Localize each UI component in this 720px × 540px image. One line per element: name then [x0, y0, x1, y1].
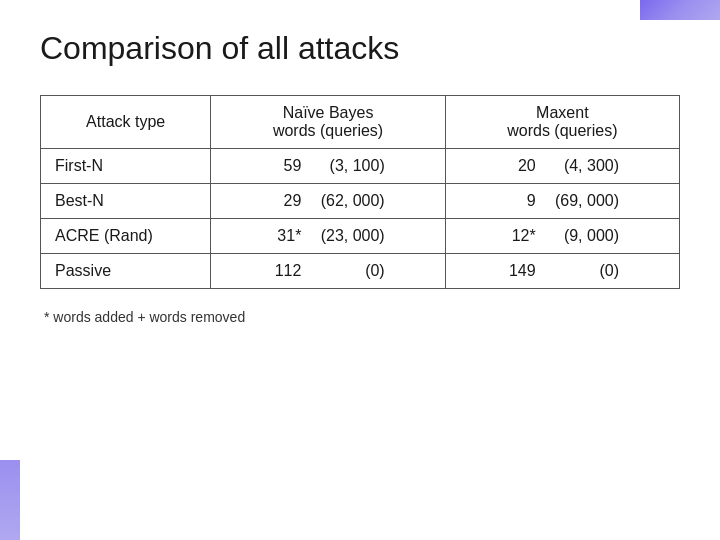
- page-title: Comparison of all attacks: [40, 30, 680, 67]
- maxent-queries-2: (9, 000): [549, 227, 619, 245]
- cell-naive-0: 59 (3, 100): [211, 149, 445, 184]
- header-naive-bayes: Naïve Bayes words (queries): [211, 96, 445, 149]
- comparison-table: Attack type Naïve Bayes words (queries) …: [40, 95, 680, 289]
- corner-decoration-bottom-left: [0, 460, 20, 540]
- naive-queries-0: (3, 100): [315, 157, 385, 175]
- maxent-queries-1: (69, 000): [549, 192, 619, 210]
- comparison-table-container: Attack type Naïve Bayes words (queries) …: [40, 95, 680, 289]
- cell-maxent-2: 12* (9, 000): [445, 219, 679, 254]
- maxent-words-2: 12*: [506, 227, 536, 245]
- naive-words-2: 31*: [271, 227, 301, 245]
- cell-attack-0: First-N: [41, 149, 211, 184]
- naive-words-1: 29: [271, 192, 301, 210]
- cell-naive-3: 112 (0): [211, 254, 445, 289]
- cell-attack-3: Passive: [41, 254, 211, 289]
- table-row: First-N 59 (3, 100) 20 (4, 300): [41, 149, 680, 184]
- header-maxent: Maxent words (queries): [445, 96, 679, 149]
- maxent-words-0: 20: [506, 157, 536, 175]
- cell-maxent-3: 149 (0): [445, 254, 679, 289]
- maxent-queries-0: (4, 300): [549, 157, 619, 175]
- header-attack-type: Attack type: [41, 96, 211, 149]
- naive-queries-2: (23, 000): [315, 227, 385, 245]
- naive-words-3: 112: [271, 262, 301, 280]
- corner-decoration-top-right: [640, 0, 720, 20]
- table-row: ACRE (Rand) 31* (23, 000) 12* (9, 000): [41, 219, 680, 254]
- cell-maxent-0: 20 (4, 300): [445, 149, 679, 184]
- cell-naive-2: 31* (23, 000): [211, 219, 445, 254]
- table-body: First-N 59 (3, 100) 20 (4, 300) Best-N 2…: [41, 149, 680, 289]
- maxent-words-3: 149: [506, 262, 536, 280]
- table-row: Passive 112 (0) 149 (0): [41, 254, 680, 289]
- cell-attack-2: ACRE (Rand): [41, 219, 211, 254]
- naive-queries-3: (0): [315, 262, 385, 280]
- naive-words-0: 59: [271, 157, 301, 175]
- table-row: Best-N 29 (62, 000) 9 (69, 000): [41, 184, 680, 219]
- naive-queries-1: (62, 000): [315, 192, 385, 210]
- table-header-row: Attack type Naïve Bayes words (queries) …: [41, 96, 680, 149]
- maxent-words-1: 9: [506, 192, 536, 210]
- cell-attack-1: Best-N: [41, 184, 211, 219]
- maxent-queries-3: (0): [549, 262, 619, 280]
- cell-maxent-1: 9 (69, 000): [445, 184, 679, 219]
- cell-naive-1: 29 (62, 000): [211, 184, 445, 219]
- page: Comparison of all attacks Attack type Na…: [0, 0, 720, 540]
- table-footnote: * words added + words removed: [44, 309, 680, 325]
